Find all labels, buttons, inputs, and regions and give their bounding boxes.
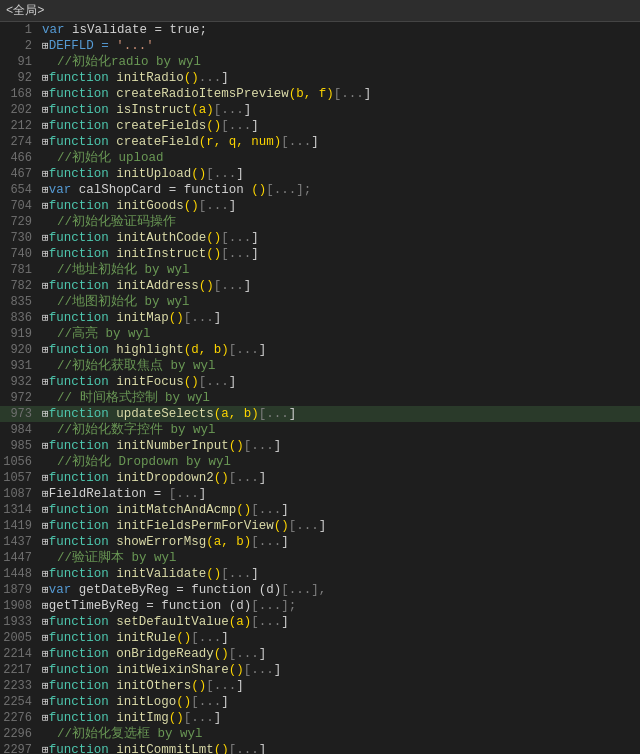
table-row[interactable]: 1314⊞function initMatchAndAcmp()[...]: [0, 502, 640, 518]
code-token: (r, q, num): [199, 135, 282, 149]
line-content: ⊞function initValidate()[...]: [40, 566, 640, 582]
table-row[interactable]: 835 //地图初始化 by wyl: [0, 294, 640, 310]
code-token[interactable]: ⊞: [42, 536, 49, 548]
code-token: function: [49, 407, 117, 421]
code-token[interactable]: ⊞: [42, 648, 49, 660]
table-row[interactable]: 972 // 时间格式控制 by wyl: [0, 390, 640, 406]
code-token[interactable]: ⊞: [42, 488, 49, 500]
table-row[interactable]: 1908⊞getTimeByReg = function (d)[...];: [0, 598, 640, 614]
code-token[interactable]: ⊞: [42, 616, 49, 628]
code-token: ]: [281, 615, 289, 629]
code-token[interactable]: ⊞: [42, 696, 49, 708]
table-row[interactable]: 781 //地址初始化 by wyl: [0, 262, 640, 278]
table-row[interactable]: 1879⊞var getDateByReg = function (d)[...…: [0, 582, 640, 598]
table-row[interactable]: 1933⊞function setDefaultValue(a)[...]: [0, 614, 640, 630]
code-token[interactable]: ⊞: [42, 280, 49, 292]
table-row[interactable]: 2233⊞function initOthers()[...]: [0, 678, 640, 694]
code-token[interactable]: ⊞: [42, 184, 49, 196]
code-token[interactable]: ⊞: [42, 248, 49, 260]
table-row[interactable]: 836⊞function initMap()[...]: [0, 310, 640, 326]
table-row[interactable]: 704⊞function initGoods()[...]: [0, 198, 640, 214]
table-row[interactable]: 2217⊞function initWeixinShare()[...]: [0, 662, 640, 678]
code-token[interactable]: ⊞: [42, 664, 49, 676]
code-token[interactable]: ⊞: [42, 744, 49, 754]
table-row[interactable]: 654⊞var calShopCard = function ()[...];: [0, 182, 640, 198]
table-row[interactable]: 920⊞function highlight(d, b)[...]: [0, 342, 640, 358]
table-row[interactable]: 2⊞DEFFLD = '...': [0, 38, 640, 54]
code-token[interactable]: ⊞: [42, 344, 49, 356]
code-token[interactable]: ⊞: [42, 504, 49, 516]
code-token: initImg: [116, 711, 169, 725]
line-content: ⊞function isInstruct(a)[...]: [40, 102, 640, 118]
table-row[interactable]: 212⊞function createFields()[...]: [0, 118, 640, 134]
code-token[interactable]: ⊞: [42, 632, 49, 644]
code-token: initMap: [116, 311, 169, 325]
table-row[interactable]: 2276⊞function initImg()[...]: [0, 710, 640, 726]
table-row[interactable]: 919 //高亮 by wyl: [0, 326, 640, 342]
line-number: 1314: [0, 502, 40, 518]
table-row[interactable]: 729 //初始化验证码操作: [0, 214, 640, 230]
code-token[interactable]: ⊞: [42, 88, 49, 100]
table-row[interactable]: 931 //初始化获取焦点 by wyl: [0, 358, 640, 374]
code-token[interactable]: ⊞: [42, 40, 49, 52]
table-row[interactable]: 1var isValidate = true;: [0, 22, 640, 38]
code-token[interactable]: ⊞: [42, 312, 49, 324]
code-token: function: [49, 647, 117, 661]
code-token: ]: [274, 439, 282, 453]
line-content: ⊞function highlight(d, b)[...]: [40, 342, 640, 358]
code-token[interactable]: ⊞: [42, 232, 49, 244]
code-token[interactable]: ⊞: [42, 472, 49, 484]
code-token[interactable]: ⊞: [42, 104, 49, 116]
table-row[interactable]: 1087⊞FieldRelation = [...]: [0, 486, 640, 502]
table-row[interactable]: 92⊞function initRadio()...]: [0, 70, 640, 86]
line-number: 2296: [0, 726, 40, 742]
table-row[interactable]: 782⊞function initAddress()[...]: [0, 278, 640, 294]
table-row[interactable]: 985⊞function initNumberInput()[...]: [0, 438, 640, 454]
code-token: [...: [251, 503, 281, 517]
code-token: initValidate: [116, 567, 206, 581]
table-row[interactable]: 973⊞function updateSelects(a, b)[...]: [0, 406, 640, 422]
code-token[interactable]: ⊞: [42, 200, 49, 212]
code-token[interactable]: ⊞: [42, 680, 49, 692]
table-row[interactable]: 2214⊞function onBridgeReady()[...]: [0, 646, 640, 662]
code-token[interactable]: ⊞: [42, 376, 49, 388]
code-token: createField: [116, 135, 199, 149]
code-token[interactable]: ⊞: [42, 712, 49, 724]
table-row[interactable]: 91 //初始化radio by wyl: [0, 54, 640, 70]
code-token[interactable]: ⊞: [42, 584, 49, 596]
code-token: ]: [221, 71, 229, 85]
table-row[interactable]: 1057⊞function initDropdown2()[...]: [0, 470, 640, 486]
table-row[interactable]: 1448⊞function initValidate()[...]: [0, 566, 640, 582]
table-row[interactable]: 202⊞function isInstruct(a)[...]: [0, 102, 640, 118]
code-token[interactable]: ⊞: [42, 520, 49, 532]
table-row[interactable]: 168⊞function createRadioItemsPreview(b, …: [0, 86, 640, 102]
table-row[interactable]: 274⊞function createField(r, q, num)[...]: [0, 134, 640, 150]
code-token[interactable]: ⊞: [42, 600, 49, 612]
table-row[interactable]: 2005⊞function initRule()[...]: [0, 630, 640, 646]
table-row[interactable]: 466 //初始化 upload: [0, 150, 640, 166]
table-row[interactable]: 1056 //初始化 Dropdown by wyl: [0, 454, 640, 470]
code-token: function: [49, 631, 117, 645]
table-row[interactable]: 1437⊞function showErrorMsg(a, b)[...]: [0, 534, 640, 550]
table-row[interactable]: 932⊞function initFocus()[...]: [0, 374, 640, 390]
code-token[interactable]: ⊞: [42, 440, 49, 452]
table-row[interactable]: 740⊞function initInstruct()[...]: [0, 246, 640, 262]
table-row[interactable]: 2254⊞function initLogo()[...]: [0, 694, 640, 710]
code-token[interactable]: ⊞: [42, 408, 49, 420]
line-content: ⊞function initDropdown2()[...]: [40, 470, 640, 486]
code-token: [...: [184, 711, 214, 725]
table-row[interactable]: 2297⊞function initCommitLmt()[...]: [0, 742, 640, 754]
code-token[interactable]: ⊞: [42, 168, 49, 180]
code-token: ]: [281, 503, 289, 517]
table-row[interactable]: 984 //初始化数字控件 by wyl: [0, 422, 640, 438]
code-token: [...];: [251, 599, 296, 613]
table-row[interactable]: 1447 //验证脚本 by wyl: [0, 550, 640, 566]
table-row[interactable]: 730⊞function initAuthCode()[...]: [0, 230, 640, 246]
code-token[interactable]: ⊞: [42, 120, 49, 132]
code-token[interactable]: ⊞: [42, 136, 49, 148]
code-token[interactable]: ⊞: [42, 72, 49, 84]
code-token[interactable]: ⊞: [42, 568, 49, 580]
table-row[interactable]: 467⊞function initUpload()[...]: [0, 166, 640, 182]
table-row[interactable]: 1419⊞function initFieldsPermForView()[..…: [0, 518, 640, 534]
table-row[interactable]: 2296 //初始化复选框 by wyl: [0, 726, 640, 742]
